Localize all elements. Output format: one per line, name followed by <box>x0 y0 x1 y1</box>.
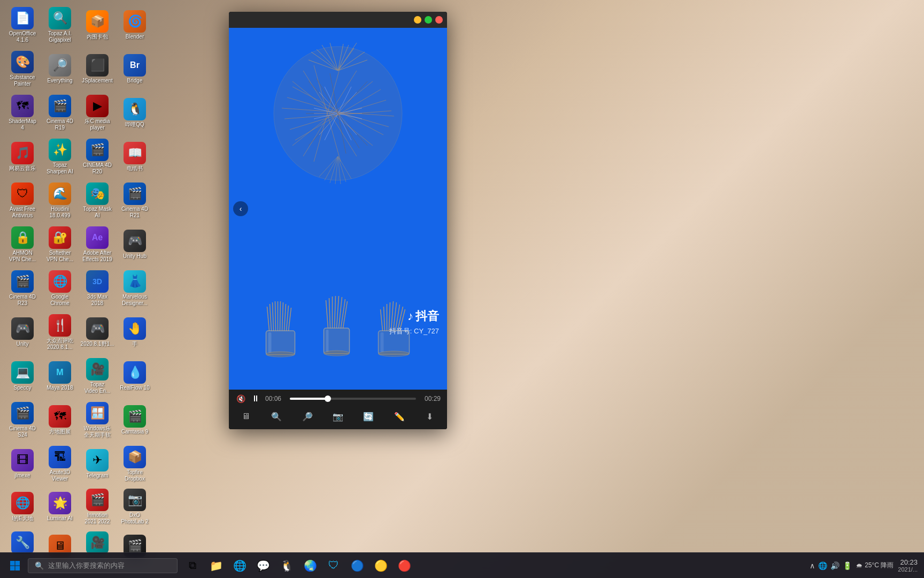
cinema4d-r20-icon: 🎬 <box>86 139 109 161</box>
icon-camtasia[interactable]: 🎬 Camtasia 9 <box>117 399 153 441</box>
icon-everything[interactable]: 🔎 Everything <box>42 48 78 90</box>
icon-acute3d[interactable]: 🏗 Acute3DViewer <box>42 443 78 485</box>
icon-houdini[interactable]: 🌊 Houdini18.0.499 <box>42 180 78 222</box>
icon-topaz-sharpen[interactable]: ✨ TopazSharpen AI <box>42 136 78 178</box>
play-pause-button[interactable]: ⏸ <box>250 394 261 404</box>
progress-row: 🔇 ⏸ 00:06 00:29 <box>235 394 441 404</box>
taskbar-explorer[interactable]: 📁 <box>205 555 227 576</box>
icon-cinema4d-r23[interactable]: 🎬 Cinema 4DR23 <box>4 268 41 309</box>
icon-idetiandi[interactable]: 🌐 I的E天地 <box>4 486 41 528</box>
icon-inmotion-label: Inmotion2021 2022 <box>84 512 110 525</box>
rotate-button[interactable]: 🔄 <box>360 408 377 425</box>
icon-newei[interactable]: 📦 内围卡包 <box>79 4 116 46</box>
taskbar-app2[interactable]: 🟡 <box>370 555 391 576</box>
icon-jsplacement[interactable]: ⬛ JSplacement <box>79 48 116 90</box>
icon-unity[interactable]: 🎮 Unity <box>4 311 41 353</box>
icon-google-chrome[interactable]: 🌐 GoogleChrome <box>42 268 78 309</box>
icon-cinema4d-r21[interactable]: 🎬 Cinema 4DR21 <box>117 180 153 222</box>
icon-ahmon-vpn[interactable]: 🔒 AHMONVPN Che... <box>4 224 41 265</box>
icon-speccy[interactable]: 💻 Speccy <box>4 355 41 397</box>
icon-telegram[interactable]: ✈ Telegram <box>79 443 116 485</box>
taskbar-360[interactable]: 🛡 <box>323 555 344 576</box>
icon-cinema4d-r20[interactable]: 🎬 CINEMA 4DR20 <box>79 136 116 178</box>
icon-avast[interactable]: 🛡 Avast FreeAntivirus <box>4 180 41 222</box>
icon-after-effects[interactable]: Ae Adobe AfterEffects 2019 <box>79 224 116 265</box>
icon-marvelous[interactable]: 👗 MarvelousDesigner... <box>117 268 153 309</box>
icon-dazhong-label: 大众点评吃2020.8.1... <box>47 338 73 351</box>
icon-cinema4d-s24[interactable]: 🎬 Cinema 4DS24 <box>4 399 41 441</box>
icon-blender[interactable]: 🌀 Blender <box>117 4 153 46</box>
screen-cast-button[interactable]: 🖥 <box>237 408 255 425</box>
icon-netease-music[interactable]: 🎵 网易云音乐 <box>4 136 41 178</box>
taskbar-edge[interactable]: 🌐 <box>229 555 250 576</box>
taskbar-app1[interactable]: 🔵 <box>346 555 368 576</box>
icon-unity2020[interactable]: 🎮 2020.8.1野1... <box>79 311 116 353</box>
icon-unity-label: Unity <box>17 341 29 347</box>
icon-topfire[interactable]: 📦 TopfireDropbox <box>117 443 153 485</box>
zoom-in-button[interactable]: 🔎 <box>299 408 316 425</box>
icon-topaz-mask-label: Topaz MaskAI <box>83 206 111 219</box>
minimize-button[interactable]: − <box>414 16 421 24</box>
tiktok-symbol: ♪ <box>407 309 413 323</box>
icon-topaz-mask[interactable]: 🎭 Topaz MaskAI <box>79 180 116 222</box>
icon-maya[interactable]: M Maya 2018 <box>42 355 78 397</box>
search-placeholder-text: 这里输入你要搜索的内容 <box>48 561 125 571</box>
taskbar-chrome[interactable]: 🌏 <box>299 555 321 576</box>
icon-dianlv[interactable]: 📖 电纸书 <box>117 136 153 178</box>
icon-bridge[interactable]: Br Bridge <box>117 48 153 90</box>
icon-inmotion[interactable]: 🎬 Inmotion2021 2022 <box>79 486 116 528</box>
icon-media-player-app[interactable]: ▶ 乐C mediaplayer <box>79 92 116 134</box>
icon-dxo[interactable]: 📷 DxOPhotoLab 2 <box>117 486 153 528</box>
icon-dazhong[interactable]: 🍴 大众点评吃2020.8.1... <box>42 311 78 353</box>
icon-cinema4d-r20-label: CINEMA 4DR20 <box>83 162 112 175</box>
icon-hand[interactable]: 🤚 手 <box>117 311 153 353</box>
icon-topaz-gigapixel[interactable]: 🔍 Topaz A.I.Gigapixel <box>42 4 78 46</box>
icon-substance[interactable]: 🎨 SubstancePainter <box>4 48 41 90</box>
netease-music-icon: 🎵 <box>11 142 34 164</box>
screenshot-button[interactable]: 📷 <box>329 408 346 425</box>
start-button[interactable] <box>4 555 26 576</box>
icon-topaz-gigapixel-label: Topaz A.I.Gigapixel <box>48 31 72 43</box>
zoom-out-button[interactable]: 🔍 <box>268 408 285 425</box>
icon-qq[interactable]: 🐧 哔哩QQ <box>117 92 153 134</box>
tray-network-icon[interactable]: 🌐 <box>818 561 827 570</box>
close-button[interactable]: × <box>435 16 443 24</box>
progress-bar[interactable] <box>290 398 416 400</box>
ahmon-vpn-icon: 🔒 <box>11 226 34 249</box>
tray-battery-icon[interactable]: 🔋 <box>843 561 852 570</box>
after-effects-icon: Ae <box>86 226 109 249</box>
icon-fangdi[interactable]: 🗺 方地图展 <box>42 399 78 441</box>
icon-realflow[interactable]: 💧 RealFlow 10 <box>117 355 153 397</box>
icon-3dsmax[interactable]: 3D 3ds Max2018 <box>79 268 116 309</box>
icon-openoffice[interactable]: 📄 OpenOffice4.1.6 <box>4 4 41 46</box>
taskbar-app3[interactable]: 🔴 <box>394 555 415 576</box>
tray-arrow-icon[interactable]: ∧ <box>810 561 815 570</box>
tray-volume-icon[interactable]: 🔊 <box>830 561 840 570</box>
icon-cinema4d-r19[interactable]: 🎬 Cinema 4DR19 <box>42 92 78 134</box>
hand-icon: 🤚 <box>124 317 146 340</box>
icon-substance-label: SubstancePainter <box>10 74 35 87</box>
volume-button[interactable]: 🔇 <box>235 394 246 403</box>
icon-newei-label: 内围卡包 <box>87 34 108 40</box>
icon-unity-hub[interactable]: 🎮 Unity Hub <box>117 224 153 265</box>
taskbar-wechat[interactable]: 💬 <box>252 555 274 576</box>
taskbar-multitasking[interactable]: ⧉ <box>182 555 203 576</box>
icon-filmexe[interactable]: 🎞 jlmexe <box>4 443 41 485</box>
maximize-button[interactable]: □ <box>425 16 432 24</box>
icon-softether[interactable]: 🔐 SoftetherVPN Che... <box>42 224 78 265</box>
nav-prev-button[interactable]: ‹ <box>233 201 248 216</box>
topaz-video-icon: 🎥 <box>86 358 109 381</box>
tiktok-logo: ♪ 抖音 <box>389 308 439 324</box>
icon-windows-live[interactable]: 🪟 Windows乐全天期手软 <box>79 399 116 441</box>
maya-icon: M <box>49 361 71 384</box>
taskbar-search[interactable]: 🔍 这里输入你要搜索的内容 <box>28 558 178 573</box>
taskbar-qq2[interactable]: 🐧 <box>276 555 297 576</box>
icon-luminar[interactable]: 🌟 Luminar AI <box>42 486 78 528</box>
download-button[interactable]: ⬇ <box>421 408 438 425</box>
datetime-display[interactable]: 20:23 2021/... <box>898 558 918 573</box>
svg-line-67 <box>384 307 385 331</box>
edit-button[interactable]: ✏️ <box>391 408 408 425</box>
icon-topaz-video[interactable]: 🎥 TopazVideo En... <box>79 355 116 397</box>
icon-shadermap[interactable]: 🗺 ShaderMap4 <box>4 92 41 134</box>
substance-icon: 🎨 <box>11 51 34 73</box>
